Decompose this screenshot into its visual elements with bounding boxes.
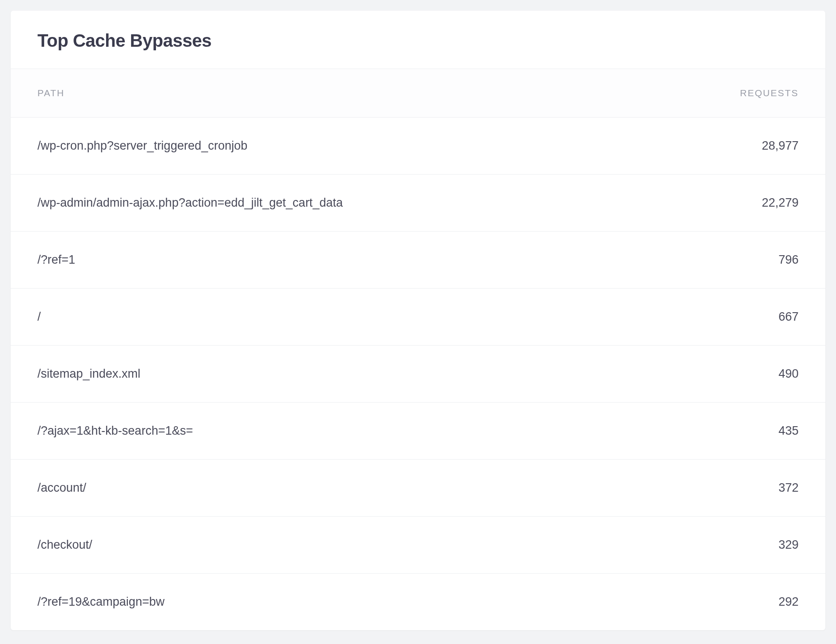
requests-value: 435: [779, 424, 799, 438]
table-row: /wp-cron.php?server_triggered_cronjob 28…: [11, 118, 825, 175]
table-row: /sitemap_index.xml 490: [11, 346, 825, 403]
table-row: /account/ 372: [11, 460, 825, 517]
path-value: /wp-cron.php?server_triggered_cronjob: [37, 139, 247, 153]
requests-value: 796: [779, 253, 799, 267]
requests-value: 292: [779, 595, 799, 609]
column-header-path: PATH: [37, 88, 65, 98]
card-header: Top Cache Bypasses: [11, 11, 825, 69]
path-value: /?ajax=1&ht-kb-search=1&s=: [37, 424, 193, 438]
requests-value: 490: [779, 367, 799, 381]
table-row: /wp-admin/admin-ajax.php?action=edd_jilt…: [11, 175, 825, 232]
path-value: /?ref=19&campaign=bw: [37, 595, 164, 609]
path-value: /wp-admin/admin-ajax.php?action=edd_jilt…: [37, 196, 343, 210]
cache-bypasses-card: Top Cache Bypasses PATH REQUESTS /wp-cro…: [11, 11, 825, 630]
path-value: /sitemap_index.xml: [37, 367, 140, 381]
table-body: /wp-cron.php?server_triggered_cronjob 28…: [11, 118, 825, 630]
table-row: /?ref=1 796: [11, 232, 825, 289]
table-row: /?ajax=1&ht-kb-search=1&s= 435: [11, 403, 825, 460]
table-row: /checkout/ 329: [11, 517, 825, 574]
card-title: Top Cache Bypasses: [37, 31, 799, 51]
table-header-row: PATH REQUESTS: [11, 69, 825, 118]
requests-value: 667: [779, 310, 799, 324]
path-value: /: [37, 310, 41, 324]
requests-value: 28,977: [762, 139, 799, 153]
table-row: /?ref=19&campaign=bw 292: [11, 574, 825, 630]
path-value: /checkout/: [37, 538, 92, 552]
requests-value: 22,279: [762, 196, 799, 210]
column-header-requests: REQUESTS: [740, 88, 799, 98]
path-value: /account/: [37, 481, 86, 495]
requests-value: 329: [779, 538, 799, 552]
table-row: / 667: [11, 289, 825, 346]
requests-value: 372: [779, 481, 799, 495]
path-value: /?ref=1: [37, 253, 75, 267]
